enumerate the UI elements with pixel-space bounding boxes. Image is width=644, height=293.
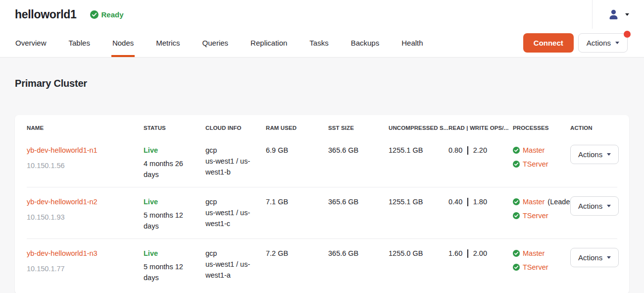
write-ops-value: 2.00	[473, 248, 487, 259]
tab-health[interactable]: Health	[401, 29, 423, 57]
check-circle-icon	[513, 212, 520, 219]
master-process: Master	[513, 248, 563, 259]
check-circle-icon	[513, 264, 520, 271]
master-link[interactable]: Master	[523, 145, 545, 156]
col-header-action: ACTION	[570, 125, 617, 131]
uncompressed-size-cell: 1255.1 GB	[389, 196, 448, 207]
chevron-down-icon	[607, 205, 611, 207]
sst-size-cell: 365.6 GB	[328, 145, 389, 156]
tab-replication[interactable]: Replication	[250, 29, 287, 57]
chevron-down-icon	[607, 256, 611, 259]
top-bar: helloworld1 Ready	[0, 0, 644, 29]
node-name-link[interactable]: yb-dev-helloworld1-n2	[27, 198, 98, 206]
ops-divider	[467, 146, 468, 155]
table-row: yb-dev-helloworld1-n3 10.150.1.77 Live 5…	[27, 238, 617, 290]
master-link[interactable]: Master	[523, 248, 545, 259]
node-status: Live	[144, 248, 198, 259]
col-header-status[interactable]: STATUS	[144, 125, 205, 131]
master-process: Master (Leader)	[513, 196, 563, 207]
check-circle-icon	[513, 147, 520, 154]
chevron-down-icon	[607, 153, 611, 156]
node-name-cell: yb-dev-helloworld1-n1 10.150.1.56	[27, 145, 144, 171]
master-link[interactable]: Master	[523, 196, 545, 207]
node-name-link[interactable]: yb-dev-helloworld1-n3	[27, 249, 98, 257]
ops-divider	[467, 198, 468, 206]
universe-actions-button[interactable]: Actions	[578, 33, 628, 53]
node-name-cell: yb-dev-helloworld1-n3 10.150.1.77	[27, 248, 144, 274]
cloud-region-zone: us-west1 / us-west1-a	[205, 259, 259, 281]
processes-cell: Master (Leader) TServer	[513, 196, 570, 224]
read-write-ops-cell: 0.401.80	[448, 196, 513, 207]
ram-used-cell: 6.9 GB	[266, 145, 328, 156]
check-circle-icon	[513, 161, 520, 168]
ram-used-cell: 7.2 GB	[266, 248, 328, 259]
check-circle-icon	[513, 198, 520, 205]
node-actions-button[interactable]: Actions	[570, 145, 619, 164]
user-menu-button[interactable]	[592, 0, 644, 29]
universe-actions-label: Actions	[587, 39, 611, 47]
chevron-down-icon	[615, 42, 619, 44]
table-row: yb-dev-helloworld1-n1 10.150.1.56 Live 4…	[27, 136, 617, 187]
read-ops-value: 0.80	[448, 145, 462, 156]
cloud-provider: gcp	[205, 248, 259, 259]
node-actions-label: Actions	[578, 150, 602, 159]
master-process: Master	[513, 145, 563, 156]
tab-tables[interactable]: Tables	[69, 29, 90, 57]
tserver-process: TServer	[513, 262, 563, 273]
read-ops-value: 0.40	[448, 196, 462, 207]
tserver-process: TServer	[513, 210, 563, 221]
tab-nodes[interactable]: Nodes	[112, 29, 134, 57]
status-badge-label: Ready	[101, 10, 124, 19]
node-status: Live	[144, 196, 198, 207]
nodes-table-card: NAME STATUS CLOUD INFO RAM USED SST SIZE…	[15, 115, 629, 293]
node-actions-button[interactable]: Actions	[570, 196, 619, 216]
col-header-processes[interactable]: PROCESSES	[513, 125, 570, 131]
check-circle-icon	[90, 10, 99, 19]
tab-metrics[interactable]: Metrics	[156, 29, 180, 57]
cloud-provider: gcp	[205, 145, 259, 156]
node-uptime: 4 months 26 days	[144, 158, 198, 180]
tab-queries[interactable]: Queries	[202, 29, 229, 57]
tab-overview[interactable]: Overview	[15, 29, 47, 57]
tserver-link[interactable]: TServer	[523, 159, 548, 170]
node-status-cell: Live 5 months 12 days	[144, 248, 205, 283]
notification-dot	[624, 31, 631, 38]
node-status-cell: Live 4 months 26 days	[144, 145, 205, 180]
col-header-uncompressed-size[interactable]: UNCOMPRESSED S...	[389, 125, 448, 131]
node-ip: 10.150.1.93	[27, 212, 137, 223]
read-write-ops-cell: 0.802.20	[448, 145, 513, 156]
check-circle-icon	[513, 250, 520, 257]
write-ops-value: 2.20	[473, 145, 487, 156]
node-name-link[interactable]: yb-dev-helloworld1-n1	[27, 146, 98, 154]
processes-cell: Master TServer	[513, 145, 570, 173]
status-badge: Ready	[90, 10, 124, 19]
tserver-link[interactable]: TServer	[523, 262, 548, 273]
cloud-region-zone: us-west1 / us-west1-b	[205, 156, 259, 177]
node-actions-label: Actions	[578, 202, 602, 210]
tserver-process: TServer	[513, 159, 563, 170]
tserver-link[interactable]: TServer	[523, 210, 548, 221]
tab-tasks[interactable]: Tasks	[309, 29, 328, 57]
action-cell: Actions	[570, 196, 626, 216]
ops-divider	[467, 249, 468, 258]
uncompressed-size-cell: 1255.0 GB	[389, 248, 448, 259]
nav-action-buttons: Connect Actions	[523, 33, 644, 53]
col-header-cloud-info[interactable]: CLOUD INFO	[205, 125, 266, 131]
node-actions-button[interactable]: Actions	[570, 248, 619, 267]
cloud-info-cell: gcp us-west1 / us-west1-a	[205, 248, 266, 281]
action-cell: Actions	[570, 248, 626, 267]
user-avatar-icon	[607, 8, 620, 21]
col-header-name[interactable]: NAME	[27, 125, 144, 131]
node-ip: 10.150.1.56	[27, 160, 137, 171]
table-header-row: NAME STATUS CLOUD INFO RAM USED SST SIZE…	[27, 125, 617, 136]
node-name-cell: yb-dev-helloworld1-n2 10.150.1.93	[27, 196, 144, 223]
tab-backups[interactable]: Backups	[351, 29, 380, 57]
col-header-read-write-ops[interactable]: READ | WRITE OPS/...	[448, 125, 513, 131]
col-header-sst-size[interactable]: SST SIZE	[328, 125, 389, 131]
connect-button[interactable]: Connect	[523, 33, 574, 53]
universe-nav: Overview Tables Nodes Metrics Queries Re…	[0, 29, 644, 58]
read-ops-value: 1.60	[448, 248, 462, 259]
node-status: Live	[144, 145, 198, 156]
col-header-ram-used[interactable]: RAM USED	[266, 125, 328, 131]
action-cell: Actions	[570, 145, 626, 164]
